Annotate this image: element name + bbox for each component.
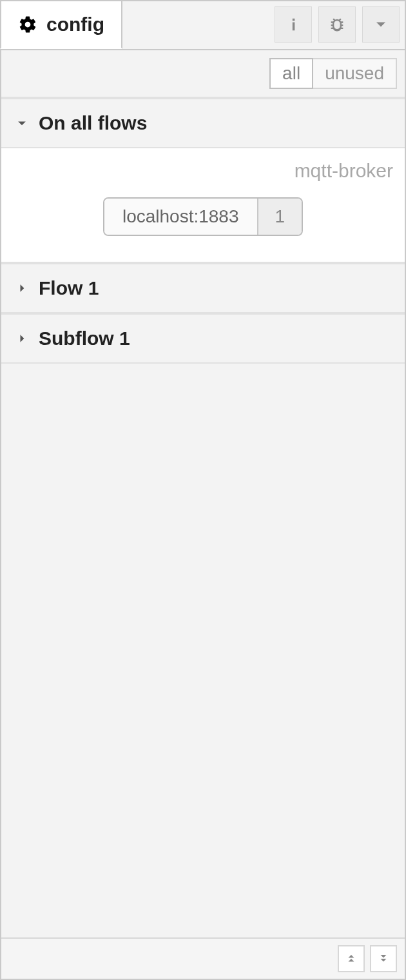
info-button[interactable] [275,6,312,43]
header-button-group [275,1,405,43]
double-chevron-down-icon [378,953,389,965]
filter-row: all unused [1,50,405,98]
node-type-label: mqtt-broker [13,156,393,197]
config-sidebar-panel: config all unused On all flows mqtt-brok… [0,0,406,980]
category-subflow-1[interactable]: Subflow 1 [1,313,405,364]
filter-segmented-control: all unused [269,58,397,89]
double-chevron-up-icon [345,953,357,965]
category-label: On all flows [39,112,147,134]
tab-label: config [46,14,104,35]
caret-down-icon [372,15,390,34]
debug-button[interactable] [318,6,356,43]
tab-config[interactable]: config [0,0,122,49]
config-node-name: localhost:1883 [104,199,257,235]
category-on-all-flows[interactable]: On all flows [1,98,405,148]
config-node-usage-count: 1 [257,199,302,235]
config-node-mqtt-broker[interactable]: localhost:1883 1 [103,197,303,236]
collapse-all-button[interactable] [338,945,365,972]
sidebar-footer [1,937,405,979]
chevron-right-icon [15,332,28,345]
menu-dropdown-button[interactable] [362,6,400,43]
category-flow-1[interactable]: Flow 1 [1,263,405,313]
gear-icon [18,15,37,34]
category-label: Subflow 1 [39,328,130,349]
bug-icon [328,15,346,34]
expand-all-button[interactable] [370,945,397,972]
filter-unused-button[interactable]: unused [313,58,397,89]
chevron-right-icon [15,282,28,295]
node-type-block: mqtt-broker localhost:1883 1 [1,148,405,263]
sidebar-header: config [1,1,405,50]
category-label: Flow 1 [39,277,99,299]
chevron-down-icon [15,117,28,130]
info-icon [284,15,302,34]
empty-area [1,364,405,937]
filter-all-button[interactable]: all [269,58,313,89]
